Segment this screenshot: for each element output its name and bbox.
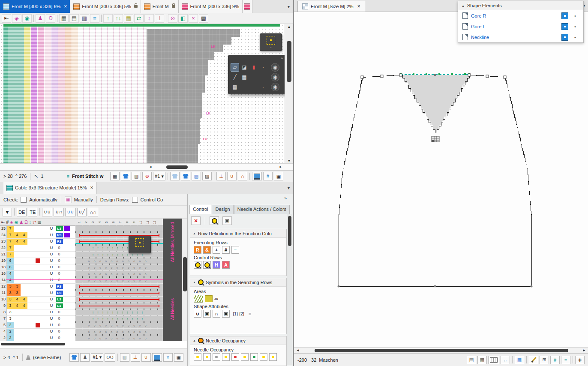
section-header[interactable]: ▲ Row Definition in the Function Colu (190, 229, 286, 238)
te-view-button[interactable]: TE (28, 208, 37, 216)
grid-row[interactable]: 23744UR3 (0, 239, 182, 245)
tab-design[interactable]: Design (212, 205, 233, 214)
shape-elements-header[interactable]: ▲ Shape Elements (458, 1, 583, 10)
delete-zone-icon[interactable]: ⊘ (168, 14, 177, 23)
attr-group-count-icon[interactable]: {1} {2} (233, 312, 244, 316)
needle-occupancy-option-2[interactable] (203, 353, 211, 361)
stitch-open-icon[interactable]: ∪ (194, 310, 201, 318)
close-icon[interactable]: × (357, 3, 360, 9)
pattern-view-button[interactable]: ▦ (477, 356, 487, 364)
pattern-vertical-scrollbar[interactable]: ▲ ▼ (285, 24, 293, 163)
grid-row[interactable]: 42U0○○○○○○○○○○○ (0, 329, 182, 335)
visibility-icon[interactable]: ◉ (271, 63, 279, 72)
shape-handle[interactable] (486, 75, 489, 78)
shape-fill-button[interactable] (181, 172, 190, 180)
control-columns-checkbox[interactable] (132, 197, 138, 203)
stitch-pattern-cell[interactable] (75, 284, 163, 290)
shape-handle[interactable] (399, 74, 402, 76)
transfer-icon[interactable]: ⊥ (155, 14, 164, 23)
selection-frame-icon[interactable] (267, 36, 275, 45)
close-icon[interactable]: × (90, 185, 93, 191)
de-view-button[interactable]: DE (17, 208, 27, 216)
row-number-icon[interactable]: # (6, 220, 9, 225)
grid-row[interactable]: 9344UL3 (0, 303, 182, 309)
technical-view-button[interactable] (252, 172, 262, 180)
attr-list-icon[interactable]: ≡ (249, 312, 251, 316)
shape-horizontal-scrollbar[interactable]: ◄ ► (294, 347, 588, 354)
gore-module-icon[interactable] (432, 136, 439, 142)
grid-row[interactable]: 73U0↑↑↑↑↑↑↑↑↑↑↑ (0, 316, 182, 322)
grid-row[interactable]: 217U0↑↑↑↑↑↑↑↑↑↑↑ (0, 252, 182, 258)
pattern-horizontal-scrollbar[interactable]: ◄ ► (0, 163, 293, 171)
document-tab[interactable] (243, 0, 252, 13)
needle-occupancy-option-4[interactable] (222, 353, 230, 361)
cast-off-icon[interactable]: Ω (24, 220, 27, 225)
grid-row[interactable]: 144U0○○○○○○○○○○○ (0, 277, 182, 284)
pattern-fill-button[interactable]: ▨ (202, 172, 212, 180)
carrier-icon-button[interactable]: ♟ (80, 353, 90, 362)
eraser-icon[interactable]: ◪ (240, 63, 249, 72)
carrier-select-button[interactable]: #1 ▾ (153, 172, 165, 180)
edit-shape-button[interactable] (529, 356, 538, 364)
scroll-thumb[interactable] (183, 257, 187, 291)
row-insert-icon[interactable]: ↑↓ (114, 14, 123, 23)
shape-element-row[interactable]: Gore L• (458, 21, 583, 32)
shape-canvas[interactable] (294, 12, 588, 347)
check-automatically-checkbox[interactable] (21, 197, 27, 203)
stitch-box-icon[interactable]: ▣ (203, 310, 211, 318)
carrier-icon[interactable]: ♟ (36, 14, 45, 23)
carrier-select-button[interactable]: #1 ▾ (91, 353, 103, 362)
scroll-up-icon[interactable]: ▲ (285, 24, 293, 29)
grid-row[interactable]: 10344UL3 (0, 297, 182, 303)
tab-overflow-button[interactable]: ▾ (285, 4, 293, 9)
grid-blue-button[interactable]: ▦ (515, 356, 524, 364)
rapport-row-icon[interactable]: R (194, 246, 201, 254)
shape-handle[interactable] (381, 75, 383, 78)
scroll-thumb[interactable] (315, 349, 568, 352)
grid-row[interactable]: 1133UR3 (0, 290, 182, 297)
grid-row[interactable]: 164U0○○○○○○○○○○○ (0, 271, 182, 277)
dot[interactable]: · (259, 83, 267, 91)
stitch-pattern-cell[interactable]: ○○○○○○○○○○○ (75, 271, 163, 277)
zoom-fit-button[interactable]: ▣ (274, 172, 283, 180)
loop-button[interactable]: ∪ (227, 172, 237, 180)
row-numbers-button[interactable]: # (163, 353, 173, 362)
move-tool-button[interactable]: + (575, 356, 585, 364)
scroll-right-icon[interactable]: ► (581, 348, 587, 353)
layers-button[interactable]: ▧ (192, 172, 201, 180)
needle-occupancy-option-8[interactable] (260, 353, 267, 361)
delete-button[interactable]: × (191, 216, 201, 225)
module-grid-icon[interactable]: ▦ (59, 14, 69, 23)
stitch-pattern-cell[interactable] (75, 303, 163, 309)
grid-row[interactable]: 52U0○○○○○○○○○○○ (0, 322, 182, 329)
grid-view-button[interactable]: ▦ (110, 172, 120, 180)
needle-occupancy-option-7[interactable] (250, 353, 258, 361)
jump-start-icon[interactable]: ⇤ (1, 220, 5, 225)
rows-list-icon[interactable]: ≡ (231, 246, 239, 254)
shape-element-label[interactable]: Gore R (471, 13, 558, 18)
width-button[interactable]: ↔ (501, 356, 510, 364)
row-grid-icon[interactable]: ▦ (124, 14, 133, 23)
yellow-area-icon[interactable] (205, 295, 213, 302)
module-horizontal-scroll-thumb[interactable] (1, 343, 65, 345)
grid-row[interactable]: 1233UR3 (0, 284, 182, 290)
helper-row-icon[interactable]: H (213, 261, 220, 269)
grid-row[interactable]: 24744UR3 (0, 232, 182, 239)
shape-tab[interactable]: Front M [Size M] 2% × (297, 1, 365, 12)
scroll-thumb[interactable] (288, 216, 291, 246)
shape-element-row[interactable]: Neckline• (458, 32, 583, 42)
grid-tool-icon[interactable]: ▤ (231, 83, 239, 91)
carrier-icon[interactable]: ♟ (19, 220, 23, 225)
stitch-pattern-cell[interactable]: ○○○○○○○○○○○ (75, 322, 163, 328)
dot[interactable]: · (259, 63, 267, 72)
knit-mode-icon[interactable]: ◈ (12, 14, 21, 23)
cast-off-icon[interactable]: Ω (46, 14, 55, 23)
loops-button[interactable]: ΩΩ (105, 353, 115, 362)
row-swap-icon[interactable]: ⇄ (134, 14, 144, 23)
visibility-icon[interactable]: ◉ (271, 73, 279, 81)
scroll-down-icon[interactable]: ▼ (285, 158, 293, 163)
visibility-toggle-button[interactable] (561, 23, 568, 30)
scroll-thumb[interactable] (166, 165, 188, 169)
document-tab[interactable]: Front M (141, 0, 179, 13)
stitch-pattern-cell[interactable]: ○○○○○○○○○○○ (75, 335, 163, 341)
